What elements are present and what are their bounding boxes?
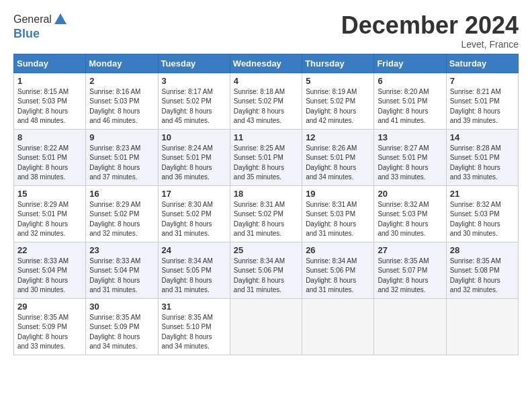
calendar-cell: 5Sunrise: 8:19 AM Sunset: 5:02 PM Daylig… (302, 73, 374, 129)
day-details: Sunrise: 8:35 AM Sunset: 5:10 PM Dayligh… (162, 313, 227, 352)
day-details: Sunrise: 8:22 AM Sunset: 5:01 PM Dayligh… (17, 144, 83, 183)
calendar-cell (374, 298, 446, 355)
calendar-cell: 22Sunrise: 8:33 AM Sunset: 5:04 PM Dayli… (14, 242, 86, 298)
day-number: 19 (306, 189, 371, 199)
day-number: 5 (306, 76, 371, 86)
logo-general-text: General (13, 13, 52, 26)
day-details: Sunrise: 8:28 AM Sunset: 5:01 PM Dayligh… (450, 144, 515, 183)
day-details: Sunrise: 8:34 AM Sunset: 5:05 PM Dayligh… (162, 257, 227, 295)
day-of-week-header: Tuesday (158, 54, 230, 73)
day-number: 27 (378, 245, 443, 255)
day-details: Sunrise: 8:19 AM Sunset: 5:02 PM Dayligh… (306, 87, 371, 126)
day-details: Sunrise: 8:23 AM Sunset: 5:01 PM Dayligh… (89, 144, 154, 183)
day-details: Sunrise: 8:33 AM Sunset: 5:04 PM Dayligh… (17, 257, 83, 295)
day-details: Sunrise: 8:32 AM Sunset: 5:03 PM Dayligh… (378, 200, 443, 239)
day-of-week-header: Thursday (302, 54, 374, 73)
day-number: 12 (306, 132, 371, 142)
calendar-cell: 26Sunrise: 8:34 AM Sunset: 5:06 PM Dayli… (302, 242, 374, 298)
title-block: December 2024 Levet, France (341, 12, 519, 50)
day-details: Sunrise: 8:27 AM Sunset: 5:01 PM Dayligh… (378, 144, 443, 183)
day-details: Sunrise: 8:31 AM Sunset: 5:03 PM Dayligh… (306, 200, 371, 239)
day-of-week-header: Sunday (14, 54, 86, 73)
day-number: 28 (450, 245, 515, 255)
day-details: Sunrise: 8:35 AM Sunset: 5:09 PM Dayligh… (89, 313, 154, 352)
day-number: 29 (17, 302, 83, 312)
calendar-cell: 6Sunrise: 8:20 AM Sunset: 5:01 PM Daylig… (374, 73, 446, 129)
day-details: Sunrise: 8:20 AM Sunset: 5:01 PM Dayligh… (378, 87, 443, 126)
day-number: 11 (234, 132, 299, 142)
calendar-cell: 24Sunrise: 8:34 AM Sunset: 5:05 PM Dayli… (158, 242, 230, 298)
month-title: December 2024 (341, 12, 519, 39)
day-number: 23 (89, 245, 154, 255)
day-of-week-header: Monday (86, 54, 158, 73)
day-number: 3 (162, 76, 227, 86)
calendar-cell: 25Sunrise: 8:34 AM Sunset: 5:06 PM Dayli… (230, 242, 302, 298)
calendar-cell: 15Sunrise: 8:29 AM Sunset: 5:01 PM Dayli… (14, 185, 86, 242)
logo-icon (53, 12, 68, 27)
day-number: 2 (89, 76, 154, 86)
calendar-cell: 18Sunrise: 8:31 AM Sunset: 5:02 PM Dayli… (230, 185, 302, 242)
calendar-cell: 28Sunrise: 8:35 AM Sunset: 5:08 PM Dayli… (446, 242, 518, 298)
logo-blue-text: Blue (13, 27, 68, 41)
day-of-week-header: Wednesday (230, 54, 302, 73)
calendar-cell (230, 298, 302, 355)
calendar-cell: 8Sunrise: 8:22 AM Sunset: 5:01 PM Daylig… (14, 129, 86, 185)
day-details: Sunrise: 8:25 AM Sunset: 5:01 PM Dayligh… (234, 144, 299, 183)
day-number: 6 (378, 76, 443, 86)
calendar-cell: 12Sunrise: 8:26 AM Sunset: 5:01 PM Dayli… (302, 129, 374, 185)
calendar-cell: 29Sunrise: 8:35 AM Sunset: 5:09 PM Dayli… (14, 298, 86, 355)
day-details: Sunrise: 8:26 AM Sunset: 5:01 PM Dayligh… (306, 144, 371, 183)
day-details: Sunrise: 8:35 AM Sunset: 5:07 PM Dayligh… (378, 257, 443, 295)
day-details: Sunrise: 8:21 AM Sunset: 5:01 PM Dayligh… (450, 87, 515, 126)
calendar-cell: 7Sunrise: 8:21 AM Sunset: 5:01 PM Daylig… (446, 73, 518, 129)
calendar-cell: 14Sunrise: 8:28 AM Sunset: 5:01 PM Dayli… (446, 129, 518, 185)
day-number: 25 (234, 245, 299, 255)
day-details: Sunrise: 8:31 AM Sunset: 5:02 PM Dayligh… (234, 200, 299, 239)
day-number: 15 (17, 189, 83, 199)
svg-marker-0 (54, 13, 66, 24)
calendar-cell: 31Sunrise: 8:35 AM Sunset: 5:10 PM Dayli… (158, 298, 230, 355)
day-of-week-header: Saturday (446, 54, 518, 73)
day-number: 7 (450, 76, 515, 86)
day-details: Sunrise: 8:24 AM Sunset: 5:01 PM Dayligh… (162, 144, 227, 183)
day-number: 8 (17, 132, 83, 142)
day-details: Sunrise: 8:29 AM Sunset: 5:02 PM Dayligh… (89, 200, 154, 239)
calendar-cell: 4Sunrise: 8:18 AM Sunset: 5:02 PM Daylig… (230, 73, 302, 129)
day-number: 20 (378, 189, 443, 199)
calendar-cell: 16Sunrise: 8:29 AM Sunset: 5:02 PM Dayli… (86, 185, 158, 242)
day-number: 26 (306, 245, 371, 255)
day-details: Sunrise: 8:34 AM Sunset: 5:06 PM Dayligh… (234, 257, 299, 295)
day-details: Sunrise: 8:33 AM Sunset: 5:04 PM Dayligh… (89, 257, 154, 295)
day-number: 13 (378, 132, 443, 142)
day-details: Sunrise: 8:32 AM Sunset: 5:03 PM Dayligh… (450, 200, 515, 239)
day-details: Sunrise: 8:34 AM Sunset: 5:06 PM Dayligh… (306, 257, 371, 295)
logo: General Blue (13, 12, 68, 41)
calendar-cell: 2Sunrise: 8:16 AM Sunset: 5:03 PM Daylig… (86, 73, 158, 129)
day-number: 16 (89, 189, 154, 199)
day-details: Sunrise: 8:29 AM Sunset: 5:01 PM Dayligh… (17, 200, 83, 239)
day-details: Sunrise: 8:15 AM Sunset: 5:03 PM Dayligh… (17, 87, 83, 126)
day-number: 1 (17, 76, 83, 86)
calendar-cell: 20Sunrise: 8:32 AM Sunset: 5:03 PM Dayli… (374, 185, 446, 242)
calendar-cell: 21Sunrise: 8:32 AM Sunset: 5:03 PM Dayli… (446, 185, 518, 242)
location: Levet, France (341, 39, 519, 50)
calendar-cell: 11Sunrise: 8:25 AM Sunset: 5:01 PM Dayli… (230, 129, 302, 185)
day-details: Sunrise: 8:17 AM Sunset: 5:02 PM Dayligh… (162, 87, 227, 126)
day-details: Sunrise: 8:30 AM Sunset: 5:02 PM Dayligh… (162, 200, 227, 239)
calendar-cell: 10Sunrise: 8:24 AM Sunset: 5:01 PM Dayli… (158, 129, 230, 185)
calendar-cell: 30Sunrise: 8:35 AM Sunset: 5:09 PM Dayli… (86, 298, 158, 355)
day-details: Sunrise: 8:35 AM Sunset: 5:08 PM Dayligh… (450, 257, 515, 295)
day-of-week-header: Friday (374, 54, 446, 73)
calendar-cell: 17Sunrise: 8:30 AM Sunset: 5:02 PM Dayli… (158, 185, 230, 242)
day-number: 30 (89, 302, 154, 312)
calendar-cell: 13Sunrise: 8:27 AM Sunset: 5:01 PM Dayli… (374, 129, 446, 185)
calendar-cell: 23Sunrise: 8:33 AM Sunset: 5:04 PM Dayli… (86, 242, 158, 298)
day-number: 10 (162, 132, 227, 142)
day-number: 22 (17, 245, 83, 255)
calendar-cell: 9Sunrise: 8:23 AM Sunset: 5:01 PM Daylig… (86, 129, 158, 185)
day-number: 24 (162, 245, 227, 255)
day-number: 4 (234, 76, 299, 86)
calendar-table: SundayMondayTuesdayWednesdayThursdayFrid… (13, 54, 519, 355)
day-details: Sunrise: 8:18 AM Sunset: 5:02 PM Dayligh… (234, 87, 299, 126)
day-number: 17 (162, 189, 227, 199)
